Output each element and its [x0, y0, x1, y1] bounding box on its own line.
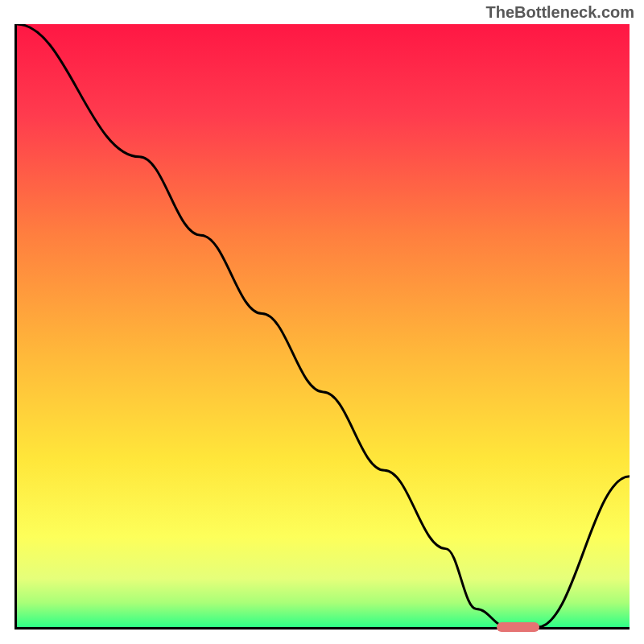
gradient-background [17, 24, 630, 627]
watermark-text: TheBottleneck.com [486, 3, 634, 22]
svg-rect-0 [17, 24, 630, 627]
optimal-marker [497, 622, 539, 632]
chart-plot-area [14, 24, 630, 630]
